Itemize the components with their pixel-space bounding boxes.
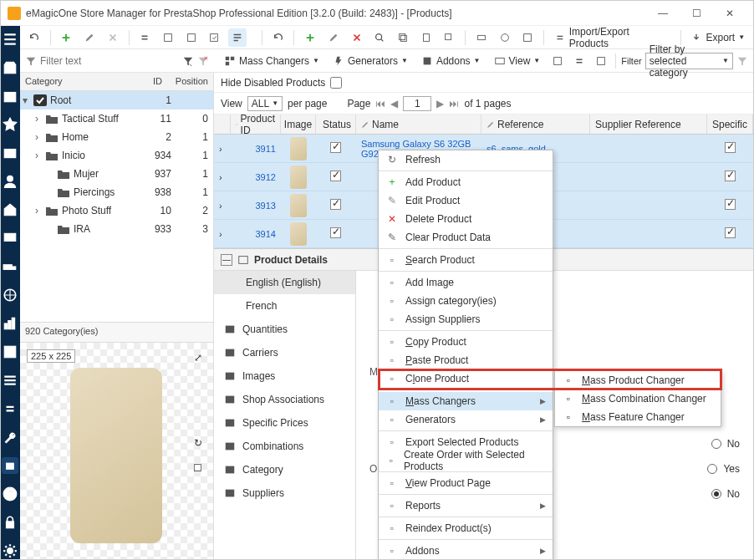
copy-button[interactable] [394, 28, 412, 47]
addons-dropdown[interactable]: Addons▼ [416, 52, 486, 70]
edit2-button[interactable] [324, 28, 343, 47]
rail-box-icon[interactable] [2, 88, 18, 104]
details-side-item[interactable]: French [214, 294, 355, 318]
delete-button[interactable] [104, 28, 122, 47]
rail-star-icon[interactable] [2, 116, 18, 133]
add-button[interactable] [58, 28, 76, 47]
rail-sliders-icon[interactable] [2, 372, 18, 389]
radio-yes[interactable] [707, 464, 717, 474]
page-prev-button[interactable]: ◀ [390, 98, 398, 109]
details-side-item[interactable]: Suppliers [214, 481, 355, 505]
context-menu-item[interactable]: ✕Delete Product [379, 210, 553, 228]
tool-3[interactable] [182, 28, 201, 47]
rail-chart-icon[interactable] [2, 315, 18, 332]
rail-puzzle-icon[interactable] [2, 344, 18, 360]
context-menu-item[interactable]: ▫Reindex Product(s) [379, 519, 553, 537]
context-menu-item[interactable]: ▫Addons▶ [379, 542, 553, 560]
category-row[interactable]: Mujer9371 [20, 165, 213, 183]
context-menu-item[interactable]: ▫Mass Changers▶ [379, 392, 553, 410]
product-col-image[interactable]: Image [281, 115, 316, 134]
context-menu-item[interactable]: ▫Copy Product [379, 333, 553, 351]
context-menu-item[interactable]: ↻Refresh [379, 150, 553, 169]
edit-button[interactable] [80, 28, 99, 47]
context-submenu-item[interactable]: ▫Mass Feature Changer [555, 408, 721, 426]
context-menu-item[interactable]: ▫Paste Product [379, 351, 553, 369]
filter-tool-3[interactable] [592, 52, 610, 70]
page-next-button[interactable]: ▶ [436, 98, 444, 109]
product-col-name[interactable]: Name [356, 115, 481, 134]
filter-select[interactable]: Filter by selected category▼ [645, 53, 733, 69]
context-menu-item[interactable]: ▫Assign Suppliers [379, 310, 553, 328]
rail-inbox-icon[interactable] [2, 145, 18, 161]
category-row[interactable]: ›Tactical Stuff110 [20, 109, 213, 128]
category-row[interactable]: ▾Root1 [20, 91, 213, 109]
category-filter-input[interactable] [40, 53, 179, 69]
context-menu-item[interactable]: ✎Edit Product [379, 191, 553, 210]
tool-2[interactable] [159, 28, 177, 47]
radio-no[interactable] [711, 489, 721, 499]
details-side-item[interactable]: Shop Associations [214, 388, 355, 411]
category-row[interactable]: Piercings9381 [20, 183, 213, 201]
context-menu-item[interactable]: ▫Search Product [379, 251, 553, 269]
context-menu-item[interactable]: +Add Product [379, 173, 553, 191]
context-submenu-item[interactable]: ▫Mass Product Changer [555, 371, 721, 389]
clear-product-filter-icon[interactable] [736, 55, 748, 67]
refresh2-button[interactable] [269, 28, 288, 47]
category-row[interactable]: ›Photo Stuff102 [20, 201, 213, 220]
filter-tool-2[interactable] [570, 52, 588, 70]
view-dropdown[interactable]: View▼ [489, 52, 546, 70]
export-button[interactable]: Export▼ [687, 32, 748, 43]
rail-chat-icon[interactable] [2, 230, 18, 247]
product-col-id[interactable]: Product ID [231, 115, 281, 134]
details-collapse-button[interactable]: — [221, 254, 232, 266]
details-side-item[interactable]: English (English) [214, 271, 355, 294]
category-row[interactable]: ›Inicio9341 [20, 146, 213, 165]
context-menu-item[interactable]: ▫View Product Page [379, 474, 553, 492]
category-col-position[interactable]: Position [167, 73, 213, 90]
category-col-id[interactable]: ID [134, 73, 167, 90]
context-menu-item[interactable]: ▫Assign category(ies) [379, 292, 553, 310]
rail-help-icon[interactable]: ? [2, 486, 18, 502]
tool-c[interactable] [518, 28, 537, 47]
rail-menu[interactable] [2, 31, 18, 48]
rail-lock-icon[interactable] [2, 514, 18, 531]
filter-clear-icon[interactable] [197, 55, 209, 67]
rail-user-icon[interactable] [2, 173, 18, 190]
preview-expand-button[interactable]: ⤢ [190, 349, 206, 366]
page-last-button[interactable]: ⏭ [449, 98, 459, 109]
rail-gear-icon[interactable] [2, 542, 18, 559]
add2-button[interactable] [301, 28, 319, 47]
context-menu-item[interactable]: ▫Clone Product [379, 369, 553, 388]
maximize-button[interactable]: ☐ [680, 2, 713, 25]
clone-button[interactable] [440, 28, 458, 47]
filter-tool-1[interactable] [548, 52, 567, 70]
product-col-specific[interactable]: Specific [707, 115, 753, 134]
rail-globe-icon[interactable] [2, 287, 18, 303]
rail-wrench-icon[interactable] [2, 429, 18, 445]
search-button[interactable] [370, 28, 389, 47]
context-menu-item[interactable]: ✎Clear Product Data [379, 228, 553, 247]
per-page-select[interactable]: ALL▼ [247, 96, 283, 111]
product-col-supplier[interactable]: Supplier Reference [590, 115, 707, 134]
context-menu-item[interactable]: ▫Reports▶ [379, 496, 553, 515]
product-col-status[interactable]: Status [316, 115, 356, 134]
product-col-reference[interactable]: Reference [481, 115, 590, 134]
rail-home-icon[interactable] [2, 201, 18, 218]
details-side-item[interactable]: Images [214, 364, 355, 388]
context-menu[interactable]: ↻Refresh+Add Product✎Edit Product✕Delete… [378, 150, 553, 560]
minimize-button[interactable]: — [646, 2, 680, 25]
context-menu-item[interactable]: ▫Add Image [379, 273, 553, 292]
tool-1[interactable] [136, 28, 155, 47]
details-side-item[interactable]: Combinations [214, 435, 355, 458]
category-col-name[interactable]: Category [20, 73, 134, 90]
tool-4[interactable] [206, 28, 224, 47]
category-tree[interactable]: ▾Root1›Tactical Stuff110›Home21›Inicio93… [20, 91, 213, 322]
close-button[interactable]: ✕ [713, 2, 746, 25]
details-side-item[interactable]: Specific Prices [214, 411, 355, 435]
category-row[interactable]: IRA9333 [20, 220, 213, 238]
rail-archive-icon[interactable] [2, 457, 18, 474]
tool-a[interactable] [472, 28, 491, 47]
generators-dropdown[interactable]: Generators▼ [328, 52, 413, 70]
refresh-button[interactable] [25, 28, 43, 47]
preview-refresh-button[interactable]: ↻ [190, 435, 206, 451]
